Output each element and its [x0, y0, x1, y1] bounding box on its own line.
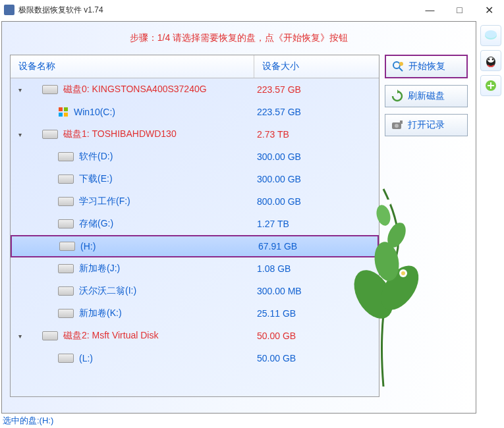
disk-icon	[59, 242, 75, 251]
tree-row[interactable]: 新加卷(K:)25.11 GB	[11, 302, 379, 325]
close-button[interactable]: ✕	[474, 0, 504, 20]
tree-row-label: 磁盘2: Msft Virtual Disk	[63, 330, 158, 342]
svg-point-9	[395, 124, 399, 128]
tree-row-size: 1.27 TB	[254, 219, 379, 229]
tool-icon-1[interactable]	[480, 25, 501, 46]
tree-row-size: 25.11 GB	[254, 308, 379, 319]
disk-icon	[42, 331, 58, 340]
tree-row-size: 223.57 GB	[254, 84, 379, 95]
tree-row[interactable]: 学习工作(F:)800.00 GB	[11, 190, 379, 213]
tree-row-size: 2.73 TB	[254, 129, 379, 140]
tree-row-size: 67.91 GB	[256, 241, 378, 252]
tree-row[interactable]: 下载(E:)300.00 GB	[11, 168, 379, 190]
tree-row-label: 新加卷(J:)	[79, 263, 120, 275]
tree-row-label: 软件(D:)	[79, 151, 113, 163]
chevron-down-icon[interactable]: ▾	[14, 129, 25, 140]
right-toolbar	[478, 22, 504, 96]
tree-row-size: 50.00 GB	[254, 353, 379, 363]
tree-row-label: 下载(E:)	[79, 173, 113, 185]
tree-row-label: 新加卷(K:)	[79, 308, 122, 319]
title-bar: 极限数据恢复软件 v1.74 — □ ✕	[0, 0, 504, 20]
tree-row[interactable]: 软件(D:)300.00 GB	[11, 146, 379, 168]
tree-row[interactable]: ▾磁盘1: TOSHIBAHDWD1302.73 TB	[11, 123, 379, 146]
qq-icon[interactable]	[480, 50, 501, 71]
chevron-down-icon[interactable]: ▾	[14, 331, 25, 341]
svg-point-6	[399, 62, 403, 66]
column-name: 设备名称	[11, 55, 254, 78]
tree-row[interactable]: 沃尔沃二翁(I:)300.00 MB	[11, 280, 379, 302]
search-icon	[391, 60, 405, 73]
svg-point-24	[492, 59, 494, 61]
tree-row-size: 1.08 GB	[254, 263, 379, 274]
tree-row-size: 300.00 GB	[254, 174, 379, 184]
device-tree: 设备名称 设备大小 ▾磁盘0: KINGSTONSA400S37240G223.…	[10, 55, 379, 397]
window-title: 极限数据恢复软件 v1.74	[18, 5, 415, 16]
tree-row-size: 223.57 GB	[254, 107, 379, 117]
tree-row[interactable]: (L:)50.00 GB	[11, 347, 379, 369]
status-bar: 选中的盘:(H:)	[3, 415, 53, 427]
disk-icon	[58, 197, 74, 206]
disk-icon	[58, 354, 74, 363]
disk-icon	[58, 152, 74, 161]
disk-icon	[58, 264, 74, 273]
svg-point-23	[488, 59, 490, 61]
svg-rect-1	[64, 107, 68, 111]
svg-point-4	[393, 62, 400, 68]
svg-point-20	[485, 30, 497, 38]
camera-icon	[391, 119, 404, 132]
svg-line-5	[399, 68, 403, 71]
disk-icon	[42, 85, 58, 94]
tree-row[interactable]: 存储(G:)1.27 TB	[11, 213, 379, 235]
tree-row-label: 磁盘0: KINGSTONSA400S37240G	[63, 84, 207, 95]
svg-rect-3	[64, 113, 68, 117]
tool-icon-3[interactable]	[480, 75, 501, 96]
tree-row-label: Win10(C:)	[74, 107, 115, 117]
tree-row[interactable]: Win10(C:)223.57 GB	[11, 101, 379, 123]
minimize-button[interactable]: —	[415, 0, 445, 20]
disk-icon	[58, 309, 74, 318]
disk-icon	[58, 286, 74, 296]
open-log-label: 打开记录	[408, 119, 445, 131]
tree-row-size: 300.00 MB	[254, 286, 379, 296]
column-size: 设备大小	[254, 55, 379, 78]
windows-icon	[58, 107, 69, 117]
disk-icon	[42, 130, 58, 139]
tree-row-label: (H:)	[80, 241, 96, 252]
svg-rect-0	[59, 107, 63, 111]
svg-rect-10	[400, 120, 403, 124]
tree-row[interactable]: (H:)67.91 GB	[11, 235, 379, 257]
maximize-button[interactable]: □	[445, 0, 474, 20]
tree-row[interactable]: 新加卷(J:)1.08 GB	[11, 257, 379, 280]
start-recovery-button[interactable]: 开始恢复	[385, 55, 468, 78]
tree-row-label: (L:)	[79, 353, 93, 363]
start-label: 开始恢复	[408, 61, 445, 72]
svg-rect-2	[59, 113, 63, 117]
disk-icon	[58, 174, 74, 184]
action-buttons: 开始恢复 刷新磁盘 打开记录	[385, 55, 468, 136]
app-icon	[4, 5, 14, 15]
tree-row[interactable]: ▾磁盘2: Msft Virtual Disk50.00 GB	[11, 325, 379, 347]
refresh-icon	[391, 90, 404, 103]
disk-icon	[58, 219, 74, 228]
tree-row-size: 300.00 GB	[254, 151, 379, 162]
tree-row-label: 磁盘1: TOSHIBAHDWD130	[63, 128, 177, 140]
tree-row-size: 50.00 GB	[254, 331, 379, 341]
refresh-label: 刷新磁盘	[408, 90, 445, 102]
tree-row-label: 学习工作(F:)	[79, 196, 130, 207]
tree-row-label: 存储(G:)	[79, 218, 113, 230]
tree-row-label: 沃尔沃二翁(I:)	[79, 285, 136, 297]
tree-row[interactable]: ▾磁盘0: KINGSTONSA400S37240G223.57 GB	[11, 78, 379, 101]
tree-header: 设备名称 设备大小	[11, 55, 379, 78]
step-instruction: 步骤：1/4 请选择需要恢复的盘，点《开始恢复》按钮	[2, 22, 476, 55]
tree-row-size: 800.00 GB	[254, 196, 379, 207]
refresh-disks-button[interactable]: 刷新磁盘	[385, 85, 468, 107]
chevron-down-icon[interactable]: ▾	[14, 84, 25, 95]
open-log-button[interactable]: 打开记录	[385, 114, 468, 136]
main-panel: 步骤：1/4 请选择需要恢复的盘，点《开始恢复》按钮 设备名称 设备大小 ▾磁盘…	[1, 21, 476, 414]
